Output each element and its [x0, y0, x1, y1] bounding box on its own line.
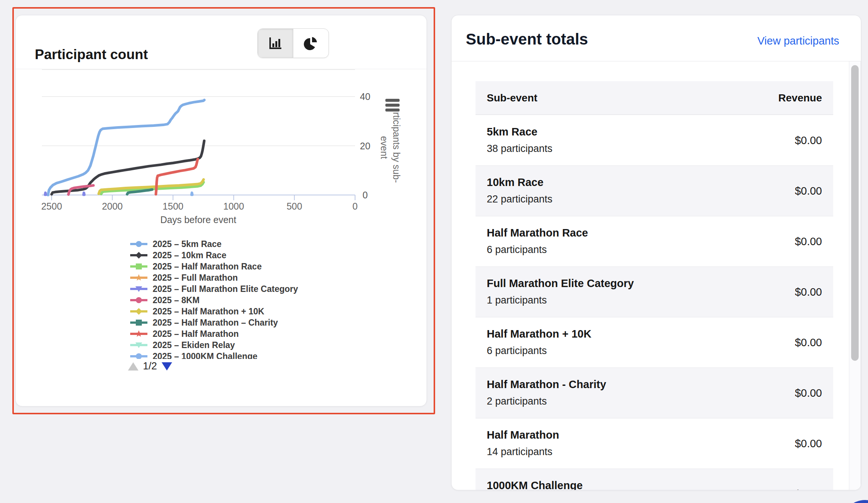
card-header-divider: [452, 61, 861, 61]
participant-count-text: 22 participants: [487, 193, 553, 205]
view-participants-link[interactable]: View participants: [757, 35, 839, 47]
series-line: [45, 193, 46, 195]
legend-marker-square: [129, 262, 148, 271]
legend-item[interactable]: 2025 – 5km Race: [129, 238, 369, 250]
dashboard-page: Participant count 25002000150010005000Da…: [0, 0, 868, 503]
legend-item-label: 2025 – Half Marathon: [153, 329, 239, 339]
revenue-value: $0.00: [795, 115, 822, 165]
legend-item-label: 2025 – Full Marathon Elite Category: [153, 284, 298, 294]
table-row: Full Marathon Elite Category1 participan…: [476, 267, 833, 317]
legend-marker-circle: [129, 296, 148, 305]
subevent-name: Full Marathon Elite Category: [487, 277, 634, 290]
subevent-name: Half Marathon Race: [487, 227, 588, 239]
x-tick-label: 2500: [41, 201, 62, 211]
x-tick-label: 1000: [223, 201, 244, 211]
participant-count-text: 38 participants: [487, 143, 553, 155]
legend-item-label: 2025 – 10km Race: [153, 250, 226, 260]
legend-item[interactable]: 2025 – 1000KM Challenge: [129, 351, 369, 359]
bar-chart-icon: [267, 35, 284, 52]
legend-item-label: 2025 – Ekiden Relay: [153, 340, 235, 350]
table-row: 10km Race22 participants$0.00: [476, 166, 833, 216]
legend-pagination: 1/2: [128, 360, 172, 372]
legend-item-label: 2025 – 5km Race: [153, 239, 221, 249]
legend-marker-star: [129, 273, 148, 282]
participant-count-card: Participant count 25002000150010005000Da…: [15, 15, 427, 406]
legend-item-label: 2025 – Full Marathon: [153, 273, 238, 283]
legend-item-label: 2025 – Half Marathon – Charity: [153, 318, 278, 328]
legend-item-label: 2025 – 8KM: [153, 295, 199, 305]
legend-page-down-icon[interactable]: [162, 362, 172, 371]
participant-count-text: 1 participants: [487, 295, 547, 306]
table-row: Half Marathon14 participants$0.00: [476, 418, 833, 469]
y-tick-label: 20: [360, 141, 370, 151]
revenue-value: $0.00: [795, 166, 822, 216]
subevent-totals-title: Sub-event totals: [466, 30, 588, 48]
table-row: 1000KM Challenge$0.00: [476, 469, 833, 490]
column-header-revenue: Revenue: [778, 92, 822, 104]
legend-item[interactable]: 2025 – Half Marathon + 10K: [129, 306, 369, 317]
legend-item[interactable]: 2025 – Ekiden Relay: [129, 339, 369, 351]
table-header-row: Sub-event Revenue: [476, 81, 833, 115]
series-line: [83, 193, 84, 195]
legend-item-label: 2025 – Half Marathon Race: [153, 262, 262, 272]
legend-item[interactable]: 2025 – Full Marathon: [129, 272, 369, 283]
legend-page-indicator: 1/2: [143, 360, 157, 372]
participant-count-text: 6 participants: [487, 244, 547, 256]
x-axis-title: Days before event: [161, 214, 236, 225]
subevent-name: Half Marathon + 10K: [487, 328, 592, 340]
legend-item[interactable]: 2025 – Half Marathon Race: [129, 261, 369, 272]
legend-item[interactable]: 2025 – Full Marathon Elite Category: [129, 283, 369, 295]
legend-item[interactable]: 2025 – Half Marathon – Charity: [129, 317, 369, 328]
chart-type-toggle: [257, 28, 329, 58]
scrollbar-track[interactable]: [849, 61, 861, 490]
floating-action-button[interactable]: [842, 500, 868, 503]
legend-marker-triangle-down: [129, 341, 148, 350]
subevent-name: Half Marathon: [487, 429, 559, 441]
table-row: Half Marathon + 10K6 participants$0.00: [476, 317, 833, 368]
x-tick-label: 500: [287, 201, 302, 211]
legend-item-label: 2025 – Half Marathon + 10K: [153, 307, 264, 317]
x-tick-label: 0: [352, 201, 358, 211]
revenue-value: $0.00: [795, 368, 822, 418]
chart-menu-icon[interactable]: [385, 99, 400, 112]
subevent-name: Half Marathon - Charity: [487, 378, 606, 391]
participant-count-title: Participant count: [35, 47, 148, 63]
x-tick-label: 2000: [102, 201, 123, 211]
svg-text:rticipants by sub-: rticipants by sub-: [391, 112, 402, 183]
svg-text:event: event: [379, 136, 389, 159]
y-axis-title: rticipants by sub-event: [379, 112, 402, 183]
legend-marker-square: [129, 318, 148, 327]
bar-chart-toggle-button[interactable]: [258, 29, 293, 58]
y-tick-label: 0: [363, 190, 368, 200]
chart-legend: 2025 – 5km Race2025 – 10km Race2025 – Ha…: [129, 238, 369, 359]
table-row: Half Marathon Race6 participants$0.00: [476, 216, 833, 267]
subevent-totals-card: Sub-event totals View participants Sub-e…: [451, 15, 861, 490]
legend-item[interactable]: 2025 – 10km Race: [129, 250, 369, 261]
subevent-table-body: 5km Race38 participants$0.0010km Race22 …: [476, 115, 833, 490]
table-row: Half Marathon - Charity2 participants$0.…: [476, 368, 833, 418]
revenue-value: $0.00: [795, 267, 822, 317]
revenue-value: $0.00: [795, 469, 822, 490]
legend-item[interactable]: 2025 – Half Marathon: [129, 328, 369, 339]
pie-chart-toggle-button[interactable]: [293, 29, 328, 58]
legend-item[interactable]: 2025 – 8KM: [129, 295, 369, 306]
participant-count-text: 14 participants: [487, 446, 553, 458]
revenue-value: $0.00: [795, 216, 822, 266]
revenue-value: $0.00: [795, 418, 822, 469]
legend-marker-diamond: [129, 251, 148, 260]
legend-marker-circle: [129, 240, 148, 249]
legend-marker-triangle-down: [129, 284, 148, 293]
legend-marker-circle: [129, 352, 148, 359]
pie-chart-icon: [303, 35, 319, 52]
subevent-name: 5km Race: [487, 126, 537, 138]
legend-item-label: 2025 – 1000KM Challenge: [153, 351, 257, 359]
x-tick-label: 1500: [163, 201, 184, 211]
participant-count-text: 2 participants: [487, 396, 547, 407]
series-line: [192, 193, 192, 195]
participant-count-text: 6 participants: [487, 345, 547, 357]
y-tick-label: 40: [360, 91, 370, 102]
legend-page-up-icon[interactable]: [128, 362, 138, 371]
legend-marker-diamond: [129, 307, 148, 316]
column-header-subevent: Sub-event: [487, 92, 537, 104]
scrollbar-thumb[interactable]: [851, 65, 859, 361]
